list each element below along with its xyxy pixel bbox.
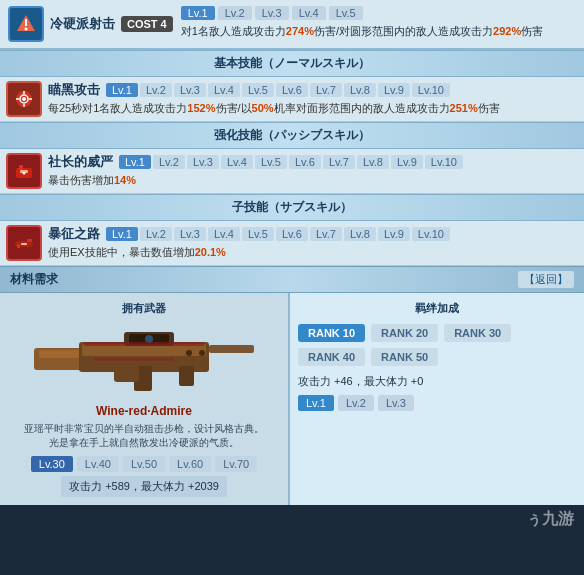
rank-panel-title: 羁绊加成: [298, 301, 576, 316]
footer-bar: ぅ九游: [0, 505, 584, 534]
materials-section: 材料需求 【返回】 拥有武器: [0, 266, 584, 505]
skill2-name-row: 社长的威严 Lv.1 Lv.2 Lv.3 Lv.4 Lv.5 Lv.6 Lv.7…: [48, 153, 578, 171]
svg-rect-22: [209, 345, 254, 353]
skill3-name-row: 暴征之路 Lv.1 Lv.2 Lv.3 Lv.4 Lv.5 Lv.6 Lv.7 …: [48, 225, 578, 243]
svg-point-31: [199, 350, 205, 356]
skill1-name-row: 瞄黑攻击 Lv.1 Lv.2 Lv.3 Lv.4 Lv.5 Lv.6 Lv.7 …: [48, 81, 578, 99]
weapon-lv60[interactable]: Lv.60: [169, 456, 211, 472]
rank-lv-tab-3[interactable]: Lv.3: [378, 395, 414, 411]
rank-btn-30[interactable]: RANK 30: [444, 324, 511, 342]
rank-lv-tab-2[interactable]: Lv.2: [338, 395, 374, 411]
rank-lv-tabs: Lv.1 Lv.2 Lv.3: [298, 395, 576, 411]
top-skill-cost: COST 4: [121, 16, 173, 32]
materials-title: 材料需求: [10, 271, 58, 288]
skill3-lv4[interactable]: Lv.4: [208, 227, 240, 241]
skill2-name: 社长的威严: [48, 153, 113, 171]
rank-buttons: RANK 10 RANK 20 RANK 30 RANK 40 RANK 50: [298, 324, 576, 366]
svg-rect-29: [114, 364, 139, 382]
rank-lv-tab-1[interactable]: Lv.1: [298, 395, 334, 411]
skill2-lv9[interactable]: Lv.9: [391, 155, 423, 169]
skill1-lv8[interactable]: Lv.8: [344, 83, 376, 97]
skill1-lv2[interactable]: Lv.2: [140, 83, 172, 97]
skill3-lv9[interactable]: Lv.9: [378, 227, 410, 241]
weapon-name: Wine-red·Admire: [96, 404, 192, 418]
svg-point-2: [25, 28, 28, 31]
skill2-lv1[interactable]: Lv.1: [119, 155, 151, 169]
skill2-row: 社长的威严 Lv.1 Lv.2 Lv.3 Lv.4 Lv.5 Lv.6 Lv.7…: [0, 149, 584, 194]
weapon-panel-title: 拥有武器: [122, 301, 166, 316]
skill3-lv8[interactable]: Lv.8: [344, 227, 376, 241]
skill1-lv-tabs: Lv.1 Lv.2 Lv.3 Lv.4 Lv.5 Lv.6 Lv.7 Lv.8 …: [106, 83, 450, 97]
skill2-lv3[interactable]: Lv.3: [187, 155, 219, 169]
svg-rect-16: [17, 244, 20, 248]
skill1-lv3[interactable]: Lv.3: [174, 83, 206, 97]
weapon-panel: 拥有武器: [0, 293, 290, 505]
svg-point-25: [145, 335, 153, 343]
top-skill-left: 冷硬派射击 COST 4: [8, 6, 173, 42]
skill1-content: 瞄黑攻击 Lv.1 Lv.2 Lv.3 Lv.4 Lv.5 Lv.6 Lv.7 …: [48, 81, 578, 116]
svg-rect-19: [39, 350, 79, 358]
skill2-lv8[interactable]: Lv.8: [357, 155, 389, 169]
skill3-lv2[interactable]: Lv.2: [140, 227, 172, 241]
lv-tab-2[interactable]: Lv.2: [218, 6, 252, 20]
skill2-lv4[interactable]: Lv.4: [221, 155, 253, 169]
skill1-lv7[interactable]: Lv.7: [310, 83, 342, 97]
skill1-icon: [6, 81, 42, 117]
skill3-content: 暴征之路 Lv.1 Lv.2 Lv.3 Lv.4 Lv.5 Lv.6 Lv.7 …: [48, 225, 578, 260]
svg-point-9: [22, 97, 26, 101]
svg-rect-11: [19, 165, 23, 170]
weapon-lv50[interactable]: Lv.50: [123, 456, 165, 472]
weapon-lv30[interactable]: Lv.30: [31, 456, 73, 472]
materials-header: 材料需求 【返回】: [0, 266, 584, 293]
skill1-lv6[interactable]: Lv.6: [276, 83, 308, 97]
rank-stat: 攻击力 +46，最大体力 +0: [298, 374, 576, 389]
rank-btn-20[interactable]: RANK 20: [371, 324, 438, 342]
skill2-lv2[interactable]: Lv.2: [153, 155, 185, 169]
skill2-lv5[interactable]: Lv.5: [255, 155, 287, 169]
section-buff: 强化技能（パッシブスキル）: [0, 122, 584, 149]
skill2-lv7[interactable]: Lv.7: [323, 155, 355, 169]
skill3-icon: [6, 225, 42, 261]
skill3-lv6[interactable]: Lv.6: [276, 227, 308, 241]
rank-lv-section: Lv.1 Lv.2 Lv.3: [298, 395, 576, 411]
skill1-name: 瞄黑攻击: [48, 81, 100, 99]
skill3-name: 暴征之路: [48, 225, 100, 243]
skill1-lv5[interactable]: Lv.5: [242, 83, 274, 97]
lv-tab-1[interactable]: Lv.1: [181, 6, 215, 20]
skill2-lv6[interactable]: Lv.6: [289, 155, 321, 169]
weapon-lv40[interactable]: Lv.40: [77, 456, 119, 472]
skill3-lv5[interactable]: Lv.5: [242, 227, 274, 241]
svg-rect-27: [84, 342, 204, 346]
skill3-lv-tabs: Lv.1 Lv.2 Lv.3 Lv.4 Lv.5 Lv.6 Lv.7 Lv.8 …: [106, 227, 450, 241]
lv-tab-5[interactable]: Lv.5: [329, 6, 363, 20]
svg-rect-15: [27, 239, 32, 242]
skill3-lv3[interactable]: Lv.3: [174, 227, 206, 241]
lv-tab-4[interactable]: Lv.4: [292, 6, 326, 20]
skill1-lv1[interactable]: Lv.1: [106, 83, 138, 97]
rank-btn-40[interactable]: RANK 40: [298, 348, 365, 366]
rank-btn-50[interactable]: RANK 50: [371, 348, 438, 366]
skill2-lv10[interactable]: Lv.10: [425, 155, 463, 169]
lv-tab-3[interactable]: Lv.3: [255, 6, 289, 20]
top-skill-icon: [8, 6, 44, 42]
top-skill-desc: 对1名敌人造成攻击力274%伤害/对圆形范围内的敌人造成攻击力292%伤害: [181, 23, 576, 40]
return-button[interactable]: 【返回】: [518, 271, 574, 288]
weapon-lv70[interactable]: Lv.70: [215, 456, 257, 472]
weapon-lv-tabs: Lv.30 Lv.40 Lv.50 Lv.60 Lv.70: [31, 456, 257, 472]
top-skill-name: 冷硬派射击: [50, 15, 115, 33]
skill2-content: 社长的威严 Lv.1 Lv.2 Lv.3 Lv.4 Lv.5 Lv.6 Lv.7…: [48, 153, 578, 188]
skill3-lv10[interactable]: Lv.10: [412, 227, 450, 241]
skill3-desc: 使用EX技能中，暴击数值增加20.1%: [48, 245, 578, 260]
svg-rect-30: [179, 366, 194, 386]
skill1-lv4[interactable]: Lv.4: [208, 83, 240, 97]
skill1-lv10[interactable]: Lv.10: [412, 83, 450, 97]
weapon-stat: 攻击力 +589，最大体力 +2039: [61, 476, 227, 497]
rank-btn-10[interactable]: RANK 10: [298, 324, 365, 342]
top-skill-row: 冷硬派射击 COST 4 Lv.1 Lv.2 Lv.3 Lv.4 Lv.5 对1…: [0, 0, 584, 50]
svg-point-32: [186, 350, 192, 356]
skill3-row: 暴征之路 Lv.1 Lv.2 Lv.3 Lv.4 Lv.5 Lv.6 Lv.7 …: [0, 221, 584, 266]
skill1-lv9[interactable]: Lv.9: [378, 83, 410, 97]
skill3-lv1[interactable]: Lv.1: [106, 227, 138, 241]
skill2-desc: 暴击伤害增加14%: [48, 173, 578, 188]
skill3-lv7[interactable]: Lv.7: [310, 227, 342, 241]
